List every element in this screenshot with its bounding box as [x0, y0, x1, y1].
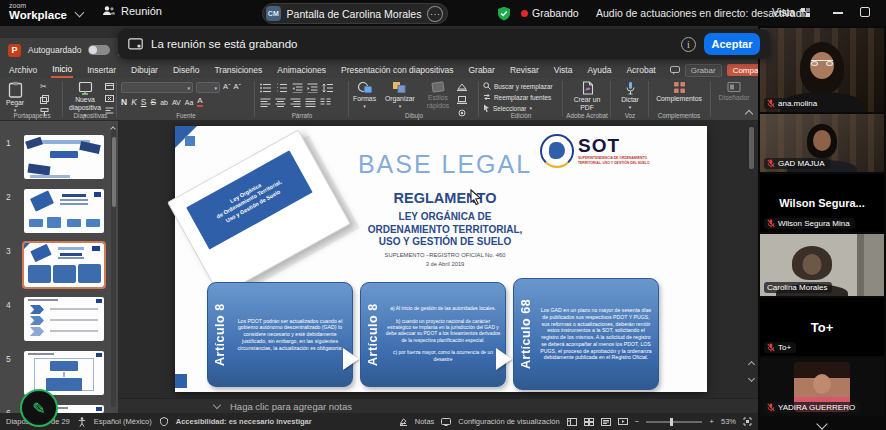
normal-view-icon[interactable] [567, 418, 577, 426]
info-icon[interactable]: i [681, 37, 696, 52]
security-shield-icon[interactable] [497, 6, 511, 21]
autosave-toggle[interactable] [88, 45, 110, 55]
shapes-button[interactable]: Formas▾ [353, 81, 376, 110]
view-button[interactable]: Vista [772, 6, 811, 18]
shrink-font-icon[interactable]: Aˇ [234, 82, 242, 93]
tab-presentacion[interactable]: Presentación con diapositivas [340, 63, 454, 77]
align-right-icon[interactable] [290, 98, 301, 107]
display-settings[interactable]: Configuración de visualización [458, 417, 559, 426]
slide-thumbnail-2[interactable] [24, 189, 104, 233]
slide-thumbnail-3-selected[interactable] [24, 243, 104, 287]
shape-fill-icon[interactable] [457, 83, 467, 91]
select-button[interactable]: Seleccionar▾ [483, 104, 532, 112]
bold-button[interactable]: N [121, 97, 127, 107]
notes-toggle[interactable]: Notas [415, 417, 435, 426]
find-replace-button[interactable]: Buscar y reemplazar [483, 82, 553, 90]
minimize-icon[interactable] [833, 12, 843, 14]
designer-button[interactable]: Diseñador [716, 81, 752, 102]
thumbnail-scrollbar[interactable] [111, 125, 116, 407]
cut-icon[interactable]: ✂ [40, 82, 49, 91]
decrease-indent-icon[interactable] [292, 83, 303, 93]
zoom-slider[interactable] [646, 421, 702, 423]
tab-ayuda[interactable]: Ayuda [586, 63, 612, 77]
participant-tile-ana[interactable]: ana.molina [760, 28, 884, 112]
accept-button[interactable]: Aceptar [704, 33, 760, 55]
participant-tile-carolina-active[interactable]: Carolina Morales [760, 234, 884, 296]
tab-grabar[interactable]: Grabar [467, 63, 495, 77]
strikethrough-button[interactable]: S [150, 97, 156, 107]
chevron-down-icon[interactable] [75, 8, 85, 18]
slide-thumbnail-4[interactable] [24, 297, 104, 341]
accessibility-person-icon[interactable] [78, 417, 86, 427]
participant-tile-gad-majua[interactable]: GAD MAJUA [760, 114, 884, 172]
recording-label: Grabando [532, 7, 579, 19]
align-left-icon[interactable] [260, 98, 271, 107]
slide-3[interactable]: Ley Orgánica de Ordenamiento Territorial… [175, 126, 707, 392]
dictate-button[interactable]: Dictar▾ [616, 81, 644, 111]
line-spacing-icon[interactable] [322, 83, 333, 93]
slide-thumbnail-1[interactable] [24, 135, 104, 179]
change-case-button[interactable]: Aa [185, 99, 194, 106]
tab-vista[interactable]: Vista [553, 63, 574, 77]
more-options-icon[interactable]: ··· [427, 6, 443, 22]
zoom-out-icon[interactable]: − [635, 417, 640, 426]
zoom-in-icon[interactable]: + [709, 417, 714, 426]
slide-sorter-view-icon[interactable] [584, 418, 594, 426]
fit-to-window-icon[interactable] [743, 417, 752, 426]
replace-fonts-button[interactable]: Reemplazar fuentes [483, 93, 551, 101]
reset-slide-icon[interactable] [105, 95, 114, 102]
bullets-icon[interactable] [260, 83, 272, 93]
underline-button[interactable]: S [141, 97, 147, 107]
tab-diseno[interactable]: Diseño [172, 63, 200, 77]
font-size-select[interactable]: ▾ [196, 82, 220, 93]
record-presentation-button[interactable]: Grabar [685, 64, 722, 77]
create-pdf-button[interactable]: Crear un PDF [567, 81, 607, 112]
addins-button[interactable]: Complementos [654, 81, 704, 103]
tab-transiciones[interactable]: Transiciones [213, 63, 263, 77]
language-indicator[interactable]: Español (México) [94, 417, 152, 426]
participant-tile-wilson[interactable]: Wilson Segura... Wilson Segura Mina [760, 174, 884, 232]
annotation-tool-badge[interactable]: ✎ [20, 389, 58, 427]
arrange-button[interactable]: Organizar▾ [385, 81, 415, 110]
tab-acrobat[interactable]: Acrobat [625, 63, 656, 77]
tab-meeting[interactable]: Reunión [102, 5, 162, 17]
tab-screen-share[interactable]: CM Pantalla de Carolina Morales ··· [262, 3, 448, 24]
tab-animaciones[interactable]: Animaciones [276, 63, 327, 77]
tab-archivo[interactable]: Archivo [8, 63, 38, 77]
numbering-icon[interactable] [276, 83, 288, 93]
increase-indent-icon[interactable] [307, 83, 318, 93]
zoom-percent[interactable]: 53% [721, 417, 736, 426]
italic-button[interactable]: K [131, 97, 137, 107]
previous-slide-icon[interactable] [748, 361, 755, 368]
copy-icon[interactable] [40, 95, 49, 104]
columns-icon[interactable] [320, 98, 331, 107]
restore-window-icon[interactable] [860, 7, 870, 17]
justify-icon[interactable] [305, 98, 316, 107]
tab-inicio[interactable]: Inicio [51, 62, 73, 78]
slideshow-view-icon[interactable] [618, 418, 628, 426]
tab-insertar[interactable]: Insertar [86, 63, 117, 77]
sidebar-collapse-chevron-icon[interactable] [816, 418, 827, 429]
notes-collapse-icon[interactable] [213, 401, 221, 409]
participant-tile-to[interactable]: To+ To+ [760, 298, 884, 356]
font-color-button[interactable]: A [197, 97, 202, 107]
font-name-select[interactable]: ▾ [121, 82, 193, 93]
tab-dibujar[interactable]: Dibujar [130, 63, 159, 77]
comment-icon[interactable] [670, 66, 680, 75]
notes-pane[interactable]: Haga clic para agregar notas [118, 398, 758, 413]
tab-revisar[interactable]: Revisar [509, 63, 540, 77]
slide-scrollbar[interactable] [749, 125, 755, 393]
char-spacing-button[interactable]: AV [172, 99, 181, 106]
shape-outline-icon[interactable] [457, 96, 467, 104]
scroll-up-icon[interactable] [110, 126, 116, 132]
text-shadow-button[interactable]: ab [160, 99, 168, 106]
align-center-icon[interactable] [275, 98, 286, 107]
participant-tile-yadira[interactable]: YADIRA GUERRERO [760, 358, 884, 416]
quick-styles-button[interactable]: Estilos rápidos [423, 81, 453, 110]
reading-view-icon[interactable] [601, 418, 611, 426]
grow-font-icon[interactable]: Aˆ [223, 82, 231, 93]
paste-button[interactable]: Pegar▾ [6, 81, 24, 114]
accessibility-status[interactable]: Accesibilidad: es necesario investigar [176, 417, 312, 426]
next-slide-icon[interactable] [748, 375, 755, 382]
layout-icon[interactable] [105, 83, 114, 90]
